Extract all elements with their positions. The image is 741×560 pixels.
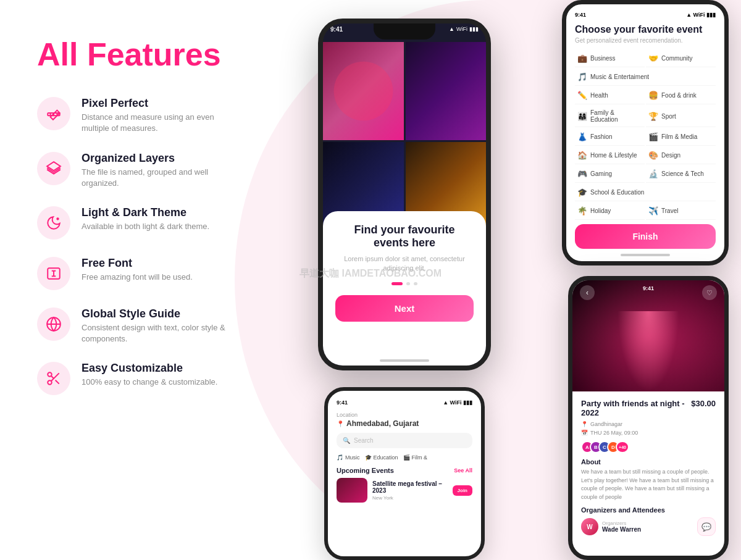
cat-tab-film[interactable]: 🎬Film & [403,454,428,461]
svg-point-12 [48,373,52,377]
cat-sport[interactable]: 🏆 Sport [646,106,716,127]
feature-list: Pixel Perfect Distance and measure using… [37,97,235,395]
next-button[interactable]: Next [335,295,474,322]
chat-button[interactable]: 💬 [697,517,716,536]
cat-community[interactable]: 🤝 Community [646,50,716,67]
upcoming-title: Upcoming Events [337,467,394,474]
search-bar[interactable]: 🔍 Search [337,433,472,448]
dot-inactive-1 [406,282,410,285]
phone-home-indicator-main [380,359,429,362]
cat-music-entertainment[interactable]: 🎵 Music & Entertaiment [575,69,716,86]
cat-tab-education[interactable]: 🎓Education [365,454,398,461]
location-label: Location [337,412,472,418]
onboarding-desc: Lorem ipsum dolor sit amet, consectetur … [335,254,474,274]
feature-desc-free-font: Free amazing font will be used. [82,272,193,283]
event-title-small: Satellite mega festival – 2023 [372,480,448,494]
about-title: About [581,458,716,466]
cat-school-education[interactable]: 🎓 School & Education [575,184,716,201]
organizers-title: Organizers and Attendees [581,506,716,514]
family-education-icon: 👨‍👩‍👧 [577,112,587,121]
film-media-icon: 🎬 [648,132,658,141]
cat-tab-music[interactable]: 🎵Music [337,454,360,461]
event-hero-status: ‹ 9:41 ♡ [580,285,717,300]
dot-active [391,282,403,285]
organizer-row: W Organizers Wade Warren 💬 [581,517,716,536]
favorite-button[interactable]: ♡ [702,285,717,300]
phone-bottom-status: 9:41 ▲ WiFi ▮▮▮ [337,399,472,406]
cat-science-tech[interactable]: 🔬 Science & Tech [646,165,716,183]
finish-button[interactable]: Finish [575,224,716,249]
join-button[interactable]: Join [453,485,472,496]
moon-sun-icon [46,215,62,231]
cat-business[interactable]: 💼 Business [575,50,645,67]
hero-status-time: 9:41 [643,285,654,291]
cat-fashion-label: Fashion [590,133,613,140]
phone-status-icons: ▲WiFi▮▮▮ [449,26,479,32]
phone-status-bar: 9:41 ▲WiFi▮▮▮ [323,23,486,41]
event-location-small: New York [372,495,448,501]
feature-desc-customizable: 100% easy to change & customizable. [82,377,217,388]
cat-food-drink[interactable]: 🍔 Food & drink [646,87,716,104]
feature-title-organized-layers: Organized Layers [82,152,235,165]
cat-school-education-label: School & Education [590,189,644,196]
school-education-icon: 🎓 [577,188,587,197]
cat-design-label: Design [661,152,680,159]
feature-desc-style-guide: Consistent design with text, color style… [82,322,235,345]
cat-gaming[interactable]: 🎮 Gaming [575,165,645,183]
phone-home-indicator-right-top [621,254,670,256]
svg-point-13 [48,381,52,385]
feature-text-organized-layers: Organized Layers The file is named, grou… [82,152,235,189]
feature-text-style-guide: Global Style Guide Consistent design wit… [82,307,235,345]
event-detail-price: $30.00 [691,399,716,408]
feature-title-pixel-perfect: Pixel Perfect [82,97,235,110]
feature-text-pixel-perfect: Pixel Perfect Distance and measure using… [82,97,235,134]
home-lifestyle-icon: 🏠 [577,151,587,160]
upcoming-header: Upcoming Events See All [337,467,472,474]
feature-item-light-dark: Light & Dark Theme Available in both lig… [37,206,235,240]
cat-health[interactable]: ✏️ Health [575,87,645,104]
cat-family-education-label: Family & Education [590,109,642,123]
science-tech-icon: 🔬 [648,169,658,178]
event-detail-location: Gandhinagar [581,421,716,427]
feature-text-free-font: Free Font Free amazing font will be used… [82,257,193,283]
phone-bottom-time: 9:41 [337,399,348,406]
event-info-small: Satellite mega festival – 2023 New York [372,480,448,501]
phone-right-bottom: ‹ 9:41 ♡ Party with friends at night - 2… [568,276,729,560]
feature-desc-pixel-perfect: Distance and measure using an even multi… [82,112,235,134]
organizer-info: W Organizers Wade Warren [581,518,641,535]
music-entertainment-icon: 🎵 [577,72,587,81]
feature-text-light-dark: Light & Dark Theme Available in both lig… [82,206,209,232]
cat-holiday[interactable]: 🌴 Holiday [575,203,645,220]
phone-image-grid [323,42,486,240]
cat-home-lifestyle[interactable]: 🏠 Home & Lifestyle [575,147,645,164]
dots-indicator [335,282,474,285]
cat-travel[interactable]: ✈️ Travel [646,203,716,220]
globe-icon [46,316,62,332]
event-detail-header: Party with friends at night - 2022 $30.0… [581,399,716,417]
cat-food-drink-label: Food & drink [661,92,697,99]
sport-icon: 🏆 [648,112,658,121]
cat-fashion[interactable]: 👗 Fashion [575,128,645,146]
text-cursor-icon [46,265,62,282]
phone-bottom-icons: ▲ WiFi ▮▮▮ [443,399,472,406]
feature-title-free-font: Free Font [82,257,193,270]
layers-icon [46,161,62,177]
cat-family-education[interactable]: 👨‍👩‍👧 Family & Education [575,106,645,127]
search-placeholder: Search [354,437,374,444]
location-bar: Location Ahmedabad, Gujarat [337,412,472,428]
cat-design[interactable]: 🎨 Design [646,147,716,164]
see-all-link[interactable]: See All [454,467,472,474]
cat-film-media[interactable]: 🎬 Film & Media [646,128,716,146]
organizer-label: Organizers [602,520,641,526]
svg-line-16 [51,376,54,378]
feature-icon-wrap-customizable [37,362,70,395]
feature-icon-wrap-style-guide [37,307,70,341]
organizers-section: Organizers and Attendees W Organizers Wa… [581,506,716,536]
back-button[interactable]: ‹ [580,285,595,300]
right-phone-time-top: 9:41 [575,12,586,18]
search-icon: 🔍 [343,437,350,444]
about-section: About We have a team but still missing a… [581,458,716,501]
health-icon: ✏️ [577,91,587,100]
onboarding-title: Find your favourite events here [335,224,474,249]
attendee-avatars: A B C D +40 [581,441,629,453]
